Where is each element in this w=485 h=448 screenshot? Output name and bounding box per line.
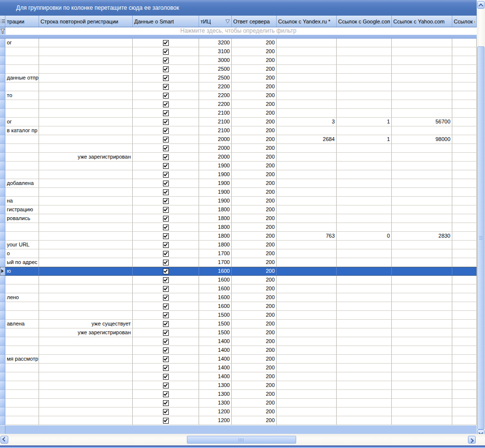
scroll-up-button[interactable] [477, 1, 485, 9]
column-header-c3[interactable]: Данные о Smart [133, 16, 199, 27]
scroll-left-button[interactable] [0, 436, 8, 444]
table-row[interactable]: your URL1800200 [0, 241, 477, 249]
table-row[interactable]: 1300200 [0, 399, 477, 407]
table-row[interactable]: в каталог пр2100200 [0, 126, 477, 135]
smart-data-checkbox[interactable] [163, 304, 169, 309]
table-row[interactable]: лено1600200 [0, 293, 477, 302]
smart-data-checkbox[interactable] [163, 40, 169, 46]
smart-data-checkbox[interactable] [163, 286, 169, 292]
table-row[interactable]: уже зарегистрирован2000200 [0, 153, 477, 162]
table-row[interactable]: 1500200 [0, 311, 477, 320]
sort-filter-icon[interactable] [224, 20, 230, 23]
column-header-c4[interactable]: тИЦ [199, 16, 232, 27]
table-row[interactable]: 1600200 [0, 285, 477, 293]
smart-data-checkbox[interactable] [163, 163, 169, 169]
table-row[interactable]: о1700200 [0, 249, 477, 258]
smart-data-checkbox[interactable] [163, 312, 169, 318]
table-row[interactable]: мя рассмотр1400200 [0, 355, 477, 364]
scroll-right-button[interactable] [468, 436, 476, 444]
table-row[interactable]: 2000200 [0, 144, 477, 153]
smart-data-checkbox[interactable] [163, 260, 169, 265]
table-row[interactable]: 2200200 [0, 82, 477, 91]
table-row[interactable]: ог3200200 [0, 39, 477, 47]
table-row[interactable]: 1900200 [0, 188, 477, 197]
table-row[interactable]: 2200200 [0, 100, 477, 109]
horizontal-scrollbar[interactable] [0, 434, 485, 446]
smart-data-checkbox[interactable] [163, 383, 169, 388]
smart-data-checkbox[interactable] [163, 356, 169, 362]
table-row[interactable]: 1400200 [0, 346, 477, 355]
smart-data-checkbox[interactable] [163, 216, 169, 222]
column-header-c7[interactable]: Ссылок с Google.com [337, 16, 392, 27]
smart-data-checkbox[interactable] [163, 268, 169, 274]
table-row[interactable]: на1900200 [0, 197, 477, 205]
table-row[interactable]: 1300200 [0, 381, 477, 390]
column-header-c1[interactable]: трации [5, 16, 39, 27]
vertical-scrollbar-thumb[interactable] [477, 46, 485, 429]
table-row[interactable]: ый по адрес1700200 [0, 258, 477, 267]
filter-row[interactable]: Нажмите здесь, чтобы определить фильтр [0, 27, 477, 35]
smart-data-checkbox[interactable] [163, 330, 169, 336]
smart-data-checkbox[interactable] [163, 145, 169, 151]
table-row[interactable]: 1400200 [0, 364, 477, 372]
smart-data-checkbox[interactable] [163, 128, 169, 134]
table-row[interactable]: 2500200 [0, 65, 477, 74]
table-row[interactable]: 3100200 [0, 47, 477, 56]
table-row[interactable]: ровались1800200 [0, 214, 477, 223]
table-row[interactable]: 1800200 [0, 223, 477, 232]
table-row[interactable]: 1400200 [0, 372, 477, 381]
smart-data-checkbox[interactable] [163, 137, 169, 143]
smart-data-checkbox[interactable] [163, 251, 169, 257]
smart-data-checkbox[interactable] [163, 365, 169, 371]
smart-data-checkbox[interactable] [163, 321, 169, 327]
smart-data-checkbox[interactable] [163, 295, 169, 301]
table-row[interactable]: гистрацию1800200 [0, 205, 477, 214]
vertical-scrollbar[interactable] [477, 0, 485, 438]
filter-prompt[interactable]: Нажмите здесь, чтобы определить фильтр [0, 27, 477, 35]
table-row[interactable]: 1900200 [0, 170, 477, 179]
smart-data-checkbox[interactable] [163, 400, 169, 406]
smart-data-checkbox[interactable] [163, 189, 169, 195]
smart-data-checkbox[interactable] [163, 58, 169, 63]
column-header-c2[interactable]: Строка повторной регистрации [39, 16, 133, 27]
smart-data-checkbox[interactable] [163, 49, 169, 55]
table-row[interactable]: 1400200 [0, 337, 477, 346]
smart-data-checkbox[interactable] [163, 347, 169, 353]
smart-data-checkbox[interactable] [163, 242, 169, 248]
column-header-c9[interactable]: Ссылок с [452, 16, 477, 27]
smart-data-checkbox[interactable] [163, 207, 169, 213]
horizontal-scrollbar-thumb[interactable] [187, 436, 296, 444]
smart-data-checkbox[interactable] [163, 418, 169, 424]
smart-data-checkbox[interactable] [163, 374, 169, 380]
smart-data-checkbox[interactable] [163, 66, 169, 72]
column-header-c5[interactable]: Ответ сервера [232, 16, 277, 27]
smart-data-checkbox[interactable] [163, 233, 169, 239]
smart-data-checkbox[interactable] [163, 339, 169, 345]
table-row[interactable]: 1600200 [0, 276, 477, 285]
table-row[interactable]: 3000200 [0, 56, 477, 65]
smart-data-checkbox[interactable] [163, 409, 169, 415]
smart-data-checkbox[interactable] [163, 277, 169, 283]
table-row[interactable]: ог21002003156700 [0, 118, 477, 126]
table-row-selected[interactable]: ю1600200 [0, 267, 477, 276]
table-row[interactable]: авленауже существует1500200 [0, 320, 477, 328]
smart-data-checkbox[interactable] [163, 93, 169, 99]
column-header-c6[interactable]: Ссылок с Yandex.ru * [277, 16, 337, 27]
smart-data-checkbox[interactable] [163, 198, 169, 204]
smart-data-checkbox[interactable] [163, 391, 169, 397]
table-row[interactable]: данные отпр2500200 [0, 74, 477, 82]
table-row[interactable]: 20002002684198000 [0, 135, 477, 144]
table-row[interactable]: 2100200 [0, 109, 477, 118]
table-row[interactable]: уже зарегистрирован1500200 [0, 328, 477, 337]
smart-data-checkbox[interactable] [163, 181, 169, 186]
table-row[interactable]: 1600200 [0, 302, 477, 311]
smart-data-checkbox[interactable] [163, 110, 169, 116]
table-row[interactable]: 180020076302830 [0, 232, 477, 241]
table-row[interactable]: 1200200 [0, 416, 477, 425]
table-row[interactable]: добавлена1900200 [0, 179, 477, 188]
smart-data-checkbox[interactable] [163, 102, 169, 107]
table-row[interactable]: то2200200 [0, 91, 477, 100]
row-select-header[interactable] [0, 16, 5, 27]
smart-data-checkbox[interactable] [163, 224, 169, 230]
group-by-panel[interactable]: Для группировки по колонке перетащите сю… [0, 0, 485, 16]
